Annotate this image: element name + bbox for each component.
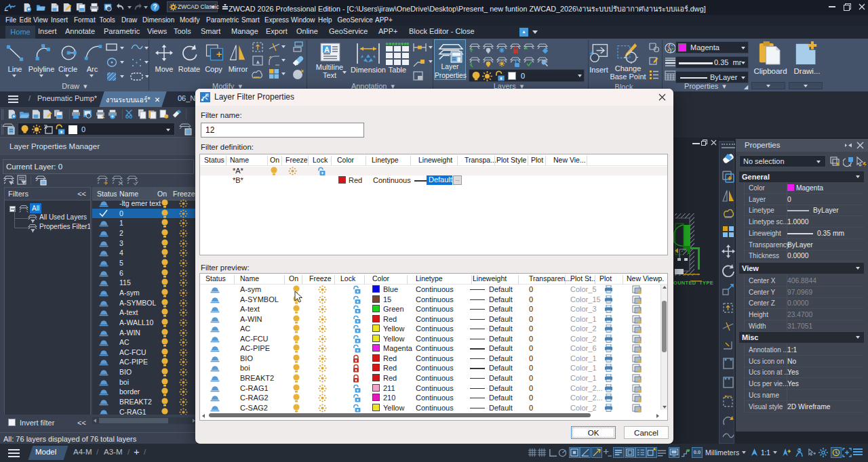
svg-text:A: A xyxy=(324,45,330,54)
